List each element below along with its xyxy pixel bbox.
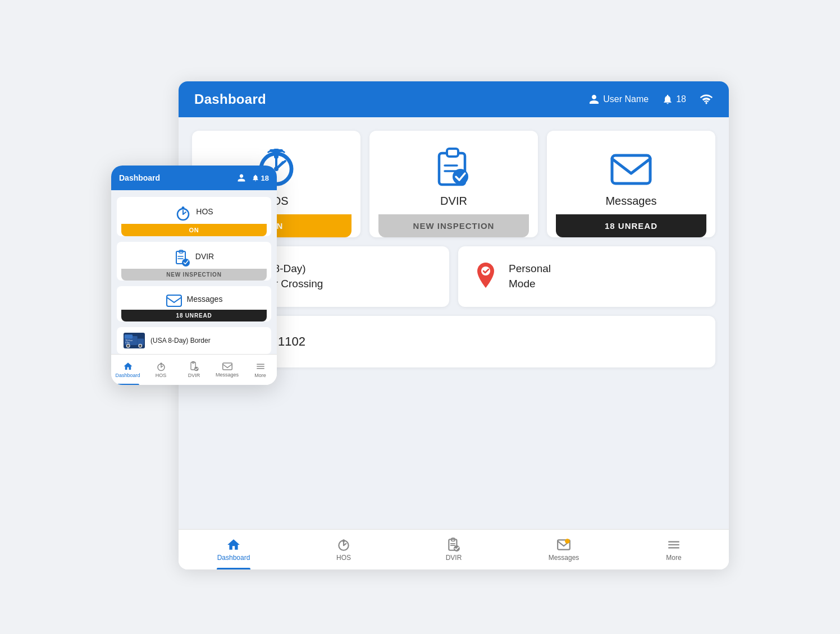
tablet-header-right: User Name 18 bbox=[588, 94, 713, 105]
hos-nav-icon bbox=[336, 537, 351, 552]
phone-user-icon bbox=[237, 173, 246, 182]
svg-rect-44 bbox=[182, 206, 185, 209]
phone-nav-messages-label: Messages bbox=[216, 372, 239, 378]
phone-more-icon bbox=[255, 361, 266, 371]
svg-rect-10 bbox=[270, 149, 283, 152]
phone-nav-dvir-label: DVIR bbox=[188, 373, 200, 378]
dvir-card[interactable]: DVIR NEW INSPECTION bbox=[369, 131, 538, 237]
svg-point-57 bbox=[139, 344, 142, 347]
svg-text:70-Hour: 70-Hour bbox=[125, 339, 133, 342]
nav-dashboard-label: Dashboard bbox=[217, 554, 250, 562]
dvir-nav-icon bbox=[446, 537, 461, 552]
phone-header: Dashboard 18 bbox=[111, 166, 277, 190]
phone-nav-more-label: More bbox=[254, 373, 266, 378]
nav-hos[interactable]: HOS bbox=[289, 530, 399, 569]
nav-dashboard[interactable]: Dashboard bbox=[179, 530, 289, 569]
svg-line-8 bbox=[276, 161, 285, 169]
user-icon bbox=[588, 94, 600, 105]
svg-rect-67 bbox=[222, 363, 232, 370]
phone-hos-card[interactable]: HOS ON bbox=[117, 197, 271, 236]
phone-content: HOS ON DVIR NEW INSPECTIO bbox=[111, 190, 277, 354]
phone-messages-nav-icon bbox=[222, 362, 232, 371]
phone-title: Dashboard bbox=[119, 173, 160, 182]
phone-bottom-nav: Dashboard HOS DVIR bbox=[111, 354, 277, 385]
phone-dvir-nav-icon bbox=[189, 361, 199, 371]
phone-messages-icon bbox=[166, 294, 182, 307]
nav-more-label: More bbox=[666, 554, 681, 562]
phone-nav-messages[interactable]: Messages bbox=[211, 355, 244, 385]
phone-hos-label: HOS bbox=[196, 207, 213, 216]
svg-point-56 bbox=[126, 344, 130, 347]
phone-notification: 18 bbox=[252, 174, 269, 182]
messages-nav-icon bbox=[556, 537, 571, 552]
phone-nav-more[interactable]: More bbox=[244, 355, 277, 385]
phone-messages-btn[interactable]: 18 UNREAD bbox=[121, 310, 267, 321]
dvir-btn[interactable]: NEW INSPECTION bbox=[378, 214, 529, 237]
nav-messages[interactable]: Messages bbox=[509, 530, 619, 569]
phone-dvir-icon bbox=[174, 250, 191, 267]
phone-notification-count: 18 bbox=[261, 174, 269, 182]
phone: Dashboard 18 bbox=[111, 166, 277, 385]
dvir-label: DVIR bbox=[440, 195, 467, 208]
svg-rect-54 bbox=[125, 334, 133, 338]
svg-point-51 bbox=[182, 259, 190, 267]
nav-dvir[interactable]: DVIR bbox=[399, 530, 509, 569]
messages-label: Messages bbox=[605, 195, 656, 208]
phone-nav-dashboard[interactable]: Dashboard bbox=[111, 355, 144, 385]
personal-mode-text: Personal Mode bbox=[509, 261, 551, 291]
dvir-icon bbox=[431, 144, 476, 189]
tablet-header: Dashboard User Name 18 bbox=[179, 81, 729, 117]
more-icon bbox=[666, 537, 681, 552]
phone-hos-btn[interactable]: ON bbox=[121, 224, 267, 236]
svg-rect-52 bbox=[167, 295, 181, 306]
phone-nav-dashboard-label: Dashboard bbox=[115, 373, 140, 378]
svg-point-0 bbox=[706, 103, 707, 104]
wifi-icon bbox=[700, 94, 713, 105]
svg-rect-13 bbox=[448, 150, 457, 155]
svg-point-42 bbox=[565, 539, 570, 544]
svg-rect-17 bbox=[612, 155, 650, 183]
personal-mode-icon bbox=[472, 260, 500, 293]
personal-mode-line1: Personal bbox=[509, 261, 551, 277]
notification-info: 18 bbox=[662, 94, 686, 105]
svg-text:8-Day: 8-Day bbox=[125, 342, 130, 344]
phone-nav-dvir[interactable]: DVIR bbox=[177, 355, 211, 385]
phone-messages-card[interactable]: Messages 18 UNREAD bbox=[117, 286, 271, 321]
phone-hos-nav-icon bbox=[156, 361, 166, 371]
phone-nav-hos-label: HOS bbox=[156, 373, 167, 378]
notification-count: 18 bbox=[676, 94, 686, 104]
home-icon bbox=[226, 537, 241, 552]
nav-more[interactable]: More bbox=[619, 530, 729, 569]
nav-dvir-label: DVIR bbox=[446, 554, 462, 562]
messages-btn[interactable]: 18 UNREAD bbox=[556, 214, 706, 237]
phone-dvir-btn[interactable]: NEW INSPECTION bbox=[121, 269, 267, 281]
phone-nav-hos[interactable]: HOS bbox=[144, 355, 177, 385]
phone-home-icon bbox=[123, 361, 133, 371]
phone-messages-label: Messages bbox=[187, 295, 223, 304]
user-info: User Name bbox=[588, 94, 649, 105]
username: User Name bbox=[603, 94, 649, 104]
messages-icon bbox=[609, 150, 654, 189]
tablet-title: Dashboard bbox=[194, 91, 266, 107]
phone-hos-icon bbox=[175, 205, 191, 222]
bell-icon bbox=[662, 94, 673, 105]
svg-point-16 bbox=[453, 169, 468, 185]
phone-border-card[interactable]: 70-Hour 8-Day (USA 8-Day) Border bbox=[117, 327, 271, 354]
phone-dvir-label: DVIR bbox=[195, 252, 214, 261]
svg-rect-61 bbox=[160, 362, 162, 365]
personal-mode-card[interactable]: Personal Mode bbox=[458, 246, 715, 307]
nav-hos-label: HOS bbox=[336, 554, 351, 562]
svg-point-26 bbox=[481, 267, 490, 275]
phone-border-text: (USA 8-Day) Border bbox=[150, 337, 211, 344]
messages-card[interactable]: Messages 18 UNREAD bbox=[547, 131, 715, 237]
nav-messages-label: Messages bbox=[549, 554, 579, 562]
phone-border-image: 70-Hour 8-Day bbox=[124, 333, 145, 348]
phone-dvir-card[interactable]: DVIR NEW INSPECTION bbox=[117, 242, 271, 281]
phone-bell-icon bbox=[252, 174, 259, 182]
personal-mode-line2: Mode bbox=[509, 277, 551, 292]
tablet-bottom-nav: Dashboard HOS bbox=[179, 529, 729, 569]
phone-header-right: 18 bbox=[237, 173, 269, 182]
